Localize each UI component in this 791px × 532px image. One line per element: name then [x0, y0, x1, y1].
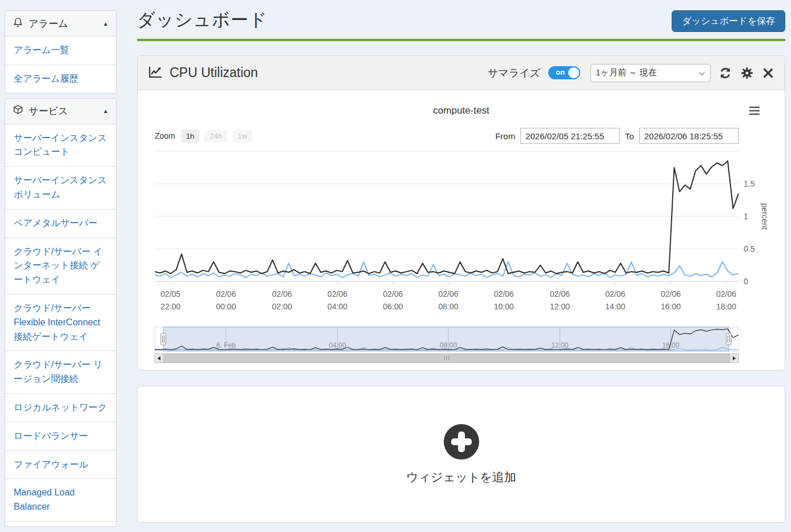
navigator-right-handle[interactable] [726, 333, 732, 345]
zoom-1h-button[interactable]: 1h [181, 130, 199, 143]
sidebar-item-baremetal-server[interactable]: ベアメタルサーバー [5, 209, 116, 237]
svg-text:04:00: 04:00 [327, 302, 347, 311]
title-accent-rule [137, 39, 785, 41]
alarm-panel-header[interactable]: アラーム ▲ [5, 11, 116, 36]
svg-text:14:00: 14:00 [605, 302, 625, 311]
main-content: ダッシュボード ダッシュボードを保存 CPU Utilization サマライズ… [137, 0, 785, 523]
service-panel-title: サービス [29, 104, 98, 118]
sidebar-item-server-instance-volume[interactable]: サーバーインスタンス ボリューム [5, 166, 116, 209]
to-label: To [625, 131, 634, 141]
bell-icon [13, 17, 23, 30]
zoom-1w-button[interactable]: 1w [232, 130, 252, 143]
svg-text:00:00: 00:00 [216, 302, 236, 311]
sidebar-item-logical-network[interactable]: ロジカルネットワーク [5, 393, 116, 422]
svg-text:02/06: 02/06 [550, 289, 570, 299]
service-panel: サービス ▲ サーバーインスタンス コンピュート サーバーインスタンス ボリュー… [5, 98, 117, 527]
svg-text:16:00: 16:00 [662, 341, 679, 349]
gear-icon[interactable] [740, 66, 754, 80]
to-date-input[interactable] [639, 128, 738, 144]
add-widget-label: ウィジェットを追加 [406, 469, 516, 485]
svg-text:1.5: 1.5 [744, 179, 755, 188]
svg-text:18:00: 18:00 [716, 302, 736, 311]
toggle-on-label: on [556, 68, 565, 76]
from-date-input[interactable] [520, 128, 620, 144]
navigator-left-handle[interactable] [161, 333, 166, 345]
chart-toolbar: Zoom 1h 24h 1w From To [155, 128, 738, 144]
svg-text:02/06: 02/06 [605, 289, 625, 299]
sidebar-item-fic-gateway[interactable]: クラウド/サーバー Flexible InterConnect 接続ゲートウェイ [5, 294, 116, 350]
service-panel-header[interactable]: サービス ▲ [5, 99, 116, 124]
svg-text:02:00: 02:00 [272, 302, 292, 311]
sidebar-item-alarm-history[interactable]: 全アラーム履歴 [5, 65, 116, 93]
svg-text:08:00: 08:00 [440, 341, 457, 349]
svg-text:04:00: 04:00 [329, 341, 346, 349]
chart-canvas[interactable]: 00.511.502/0522:0002/0600:0002/0602:0002… [138, 147, 786, 367]
period-select-value: 1ヶ月前 ～ 現在 [596, 67, 698, 78]
plus-circle-icon [444, 424, 479, 460]
sidebar-item-interregion[interactable]: クラウド/サーバー リージョン間接続 [5, 350, 116, 393]
widget-title: CPU Utilization [170, 65, 258, 80]
sidebar-item-server-instance-compute[interactable]: サーバーインスタンス コンピュート [5, 124, 116, 167]
svg-text:0.5: 0.5 [744, 244, 755, 253]
svg-text:percent: percent [760, 203, 769, 230]
refresh-icon[interactable] [718, 66, 732, 80]
svg-text:6. Feb: 6. Feb [216, 341, 236, 349]
svg-text:02/06: 02/06 [716, 289, 736, 299]
zoom-label: Zoom [155, 131, 175, 140]
svg-text:12:00: 12:00 [551, 341, 568, 349]
toggle-knob [568, 67, 579, 78]
sidebar-item-internet-gateway[interactable]: クラウド/サーバー インターネット接続 ゲートウェイ [5, 237, 116, 294]
chevron-down-icon [698, 68, 705, 78]
svg-text:02/05: 02/05 [160, 289, 180, 299]
period-select[interactable]: 1ヶ月前 ～ 現在 [591, 64, 710, 82]
chart-body: compute-test Zoom 1h 24h 1w From To 00.5… [138, 90, 785, 370]
svg-text:06:00: 06:00 [383, 302, 403, 311]
svg-text:02/06: 02/06 [661, 289, 681, 299]
svg-text:1: 1 [744, 212, 748, 221]
from-label: From [495, 131, 515, 141]
svg-text:02/06: 02/06 [383, 289, 403, 299]
svg-text:02/06: 02/06 [439, 289, 459, 299]
svg-text:02/06: 02/06 [327, 289, 347, 299]
cpu-utilization-widget: CPU Utilization サマライズ on 1ヶ月前 ～ 現在 [137, 55, 785, 370]
sidebar: アラーム ▲ アラーム一覧 全アラーム履歴 サービス ▲ サーバーインスタンス … [5, 10, 117, 531]
svg-text:0: 0 [744, 277, 748, 286]
svg-text:02/06: 02/06 [494, 289, 514, 299]
summarize-label: サマライズ [488, 66, 540, 80]
sidebar-item-partial [5, 521, 116, 526]
svg-text:12:00: 12:00 [550, 302, 570, 311]
alarm-panel: アラーム ▲ アラーム一覧 全アラーム履歴 [5, 10, 117, 94]
svg-text:10:00: 10:00 [494, 302, 514, 311]
svg-text:02/06: 02/06 [272, 289, 292, 299]
save-dashboard-button[interactable]: ダッシュボードを保存 [672, 10, 785, 32]
sidebar-item-firewall[interactable]: ファイアウォール [5, 450, 116, 479]
cube-icon [13, 104, 23, 118]
add-widget-button[interactable]: ウィジェットを追加 [137, 386, 785, 523]
sidebar-item-alarm-list[interactable]: アラーム一覧 [5, 36, 116, 65]
line-chart-icon [148, 65, 163, 81]
close-icon[interactable] [762, 67, 774, 79]
zoom-24h-button[interactable]: 24h [204, 130, 227, 143]
sidebar-item-managed-load-balancer[interactable]: Managed Load Balancer [5, 478, 116, 521]
chart-title: compute-test [138, 105, 785, 116]
caret-up-icon: ▲ [103, 21, 109, 27]
sidebar-item-load-balancer[interactable]: ロードバランサー [5, 422, 116, 450]
svg-text:16:00: 16:00 [661, 302, 681, 311]
widget-header: CPU Utilization サマライズ on 1ヶ月前 ～ 現在 [138, 56, 785, 90]
svg-text:08:00: 08:00 [439, 302, 459, 311]
svg-text:22:00: 22:00 [160, 302, 180, 311]
summarize-toggle[interactable]: on [548, 66, 580, 79]
svg-text:02/06: 02/06 [216, 289, 236, 299]
chart-menu-icon[interactable] [748, 106, 761, 118]
caret-up-icon: ▲ [103, 108, 109, 114]
alarm-panel-title: アラーム [29, 17, 98, 30]
